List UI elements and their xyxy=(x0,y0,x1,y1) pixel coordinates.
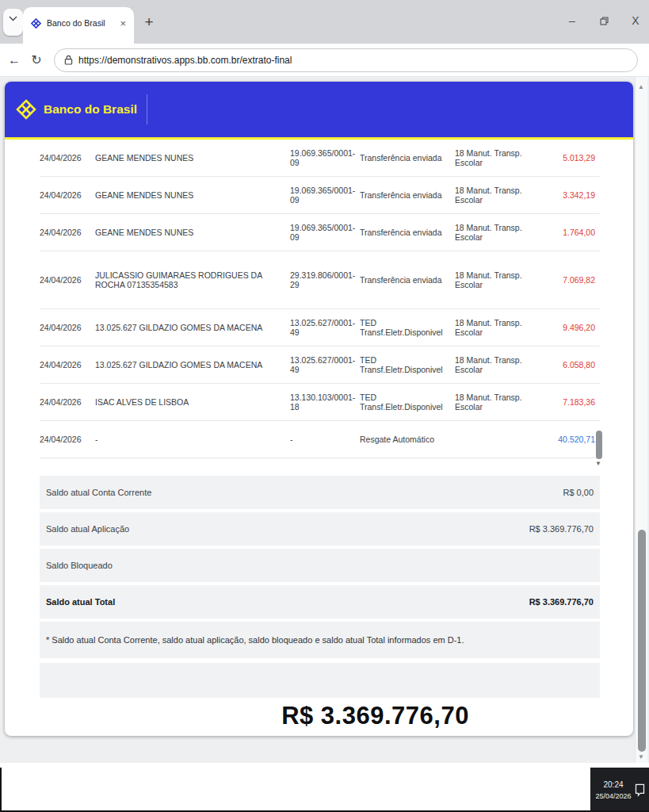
transaction-row: 24/04/2026 GEANE MENDES NUNES 19.069.365… xyxy=(40,214,600,251)
cell-transaction-type: TED Transf.Eletr.Disponivel xyxy=(360,355,455,374)
notification-icon[interactable] xyxy=(634,783,646,798)
grand-total: R$ 3.369.776,70 xyxy=(95,699,633,733)
browser-nav-bar: ← ↻ https://demonstrativos.apps.bb.com.b… xyxy=(0,44,649,77)
scrollbar-down-icon[interactable]: ▼ xyxy=(638,753,644,760)
cell-cnpj: 19.069.365/0001-09 xyxy=(290,186,360,205)
cell-beneficiary: 13.025.627 GILDAZIO GOMES DA MACENA xyxy=(95,360,290,370)
cell-cnpj: 29.319.806/0001-29 xyxy=(290,270,360,289)
screen: Banco do Brasil × + – X ← ↻ https://demo… xyxy=(0,0,649,812)
table-scrollbar-thumb[interactable] xyxy=(596,431,602,459)
restore-icon xyxy=(600,17,609,25)
cell-date: 24/04/2026 xyxy=(40,360,95,370)
transactions-table: 24/04/2026 GEANE MENDES NUNES 19.069.365… xyxy=(40,140,600,458)
transaction-row: 24/04/2026 JULICASSIO GUIMARAES RODRIGUE… xyxy=(40,251,600,309)
cell-beneficiary: 13.025.627 GILDAZIO GOMES DA MACENA xyxy=(95,323,290,332)
summary-label: Saldo atual Total xyxy=(46,597,115,607)
cell-date: 24/04/2026 xyxy=(40,323,95,332)
cell-amount: 1.764,00 xyxy=(556,228,600,237)
cell-beneficiary: GEANE MENDES NUNES xyxy=(95,153,290,163)
taskbar-zone: 20:24 25/04/2026 xyxy=(0,763,649,812)
summary-row: Saldo Bloqueado xyxy=(40,549,600,582)
tray-time: 20:24 xyxy=(595,780,632,789)
summary-row: Saldo atual Total R$ 3.369.776,70 xyxy=(40,585,600,619)
browser-tab[interactable]: Banco do Brasil × xyxy=(23,7,134,44)
page-viewport: Banco do Brasil 24/04/2026 GEANE MENDES … xyxy=(0,77,649,763)
header-divider xyxy=(147,94,147,124)
transaction-row: 24/04/2026 13.025.627 GILDAZIO GOMES DA … xyxy=(40,309,600,347)
window-minimize-button[interactable]: – xyxy=(563,11,581,30)
cell-category: 18 Manut. Transp. Escolar xyxy=(455,186,556,205)
browser-tab-strip: Banco do Brasil × + – X xyxy=(0,0,649,44)
cell-amount: 7.183,36 xyxy=(556,397,600,407)
cell-amount: 9.496,20 xyxy=(556,323,600,332)
cell-beneficiary: GEANE MENDES NUNES xyxy=(95,228,290,237)
cell-amount: 7.069,82 xyxy=(556,275,600,285)
cell-transaction-type: Transferência enviada xyxy=(360,190,455,200)
summary-value: R$ 3.369.776,70 xyxy=(529,597,594,607)
table-scrollbar-down-icon[interactable]: ▼ xyxy=(595,460,601,467)
url-text: https://demonstrativos.apps.bb.com.br/ex… xyxy=(78,55,292,66)
tray-datetime: 20:24 25/04/2026 xyxy=(595,780,632,800)
tab-close-button[interactable]: × xyxy=(118,17,128,29)
cell-cnpj: 13.025.627/0001-49 xyxy=(290,355,360,374)
cell-amount: 6.058,80 xyxy=(556,360,600,370)
cell-transaction-type: Transferência enviada xyxy=(360,228,455,237)
cell-category: 18 Manut. Transp. Escolar xyxy=(455,318,556,337)
cell-amount: 40.520,71 xyxy=(556,435,600,444)
summary-row: Saldo atual Aplicação R$ 3.369.776,70 xyxy=(40,512,600,546)
cell-category: 18 Manut. Transp. Escolar xyxy=(455,148,556,167)
cell-transaction-type: TED Transf.Eletr.Disponivel xyxy=(360,393,455,412)
cell-beneficiary: - xyxy=(95,435,290,444)
scrollbar-thumb[interactable] xyxy=(638,530,646,752)
cell-beneficiary: ISAC ALVES DE LISBOA xyxy=(95,397,290,407)
bb-header: Banco do Brasil xyxy=(5,82,633,140)
cell-beneficiary: JULICASSIO GUIMARAES RODRIGUES DA ROCHA … xyxy=(95,270,290,289)
summary-value: R$ 0,00 xyxy=(563,488,594,497)
summary-value: R$ 3.369.776,70 xyxy=(529,524,594,534)
tab-search-button[interactable] xyxy=(3,9,23,36)
window-close-button[interactable]: X xyxy=(627,11,644,30)
window-restore-button[interactable] xyxy=(595,11,613,30)
brand-title: Banco do Brasil xyxy=(44,102,137,117)
cell-cnpj: - xyxy=(290,435,360,444)
transaction-row: 24/04/2026 13.025.627 GILDAZIO GOMES DA … xyxy=(40,347,600,384)
cell-beneficiary: GEANE MENDES NUNES xyxy=(95,190,290,200)
cell-date: 24/04/2026 xyxy=(40,275,95,285)
cell-transaction-type: TED Transf.Eletr.Disponivel xyxy=(360,318,455,337)
new-tab-button[interactable]: + xyxy=(139,13,158,32)
cell-date: 24/04/2026 xyxy=(40,397,95,407)
cell-transaction-type: Transferência enviada xyxy=(360,275,455,285)
cell-cnpj: 19.069.365/0001-09 xyxy=(290,223,360,242)
summary-footnote: * Saldo atual Conta Corrente, saldo atua… xyxy=(40,622,600,658)
tray-date: 25/04/2026 xyxy=(595,792,632,800)
cell-category: 18 Manut. Transp. Escolar xyxy=(455,270,556,289)
summary-label: Saldo Bloqueado xyxy=(46,561,113,570)
browser-scrollbar[interactable]: ▲ ▼ xyxy=(635,77,647,763)
cell-date: 24/04/2026 xyxy=(40,435,95,444)
lock-icon xyxy=(64,55,73,65)
balance-summary: Saldo atual Conta Corrente R$ 0,00 Saldo… xyxy=(40,476,600,733)
cell-date: 24/04/2026 xyxy=(40,228,95,237)
cell-category: 18 Manut. Transp. Escolar xyxy=(455,355,556,374)
chevron-down-icon xyxy=(9,16,17,21)
transaction-row: 24/04/2026 GEANE MENDES NUNES 19.069.365… xyxy=(40,140,600,177)
cell-amount: 5.013,29 xyxy=(556,153,600,163)
scrollbar-up-icon[interactable]: ▲ xyxy=(638,83,644,90)
address-bar[interactable]: https://demonstrativos.apps.bb.com.br/ex… xyxy=(54,48,638,72)
cell-amount: 3.342,19 xyxy=(556,190,600,200)
summary-label: Saldo atual Aplicação xyxy=(46,524,129,534)
system-tray-clock[interactable]: 20:24 25/04/2026 xyxy=(590,768,649,812)
window-controls: – X xyxy=(563,11,644,30)
screen-left-edge xyxy=(0,768,2,812)
tab-title: Banco do Brasil xyxy=(47,18,118,28)
transaction-row: 24/04/2026 GEANE MENDES NUNES 19.069.365… xyxy=(40,177,600,214)
cell-date: 24/04/2026 xyxy=(40,153,95,163)
transaction-row: 24/04/2026 ISAC ALVES DE LISBOA 13.130.1… xyxy=(40,384,600,421)
cell-cnpj: 13.130.103/0001-18 xyxy=(290,393,360,412)
cell-transaction-type: Resgate Automático xyxy=(360,435,455,444)
cell-date: 24/04/2026 xyxy=(40,190,95,200)
back-button[interactable]: ← xyxy=(5,53,24,67)
cell-transaction-type: Transferência enviada xyxy=(360,153,455,163)
cell-cnpj: 19.069.365/0001-09 xyxy=(290,148,360,167)
reload-button[interactable]: ↻ xyxy=(27,52,46,67)
